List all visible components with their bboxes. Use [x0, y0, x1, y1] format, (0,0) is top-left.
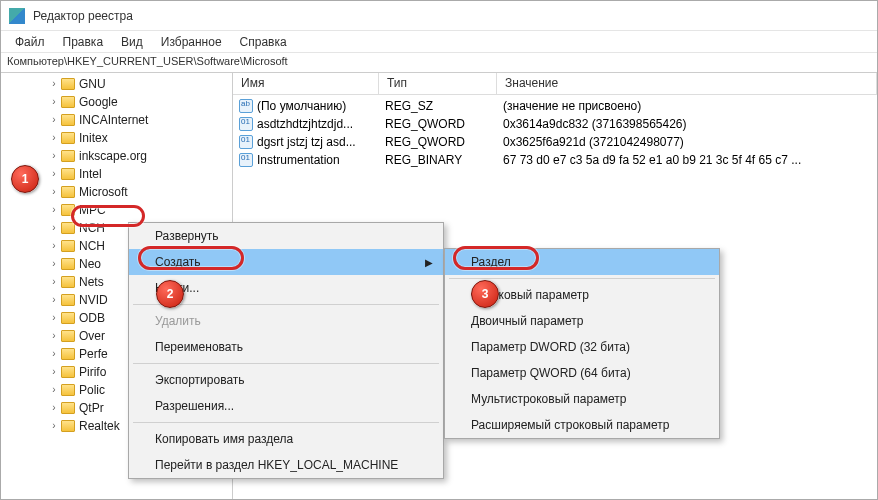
value-row[interactable]: asdtzhdtzjhtzdjd...REG_QWORD0x3614a9dc83…	[233, 115, 877, 133]
window-title: Редактор реестра	[33, 9, 133, 23]
chevron-right-icon[interactable]: ›	[49, 367, 59, 377]
sub-key[interactable]: Раздел	[445, 249, 719, 275]
sub-multistring[interactable]: Мультистроковый параметр	[445, 386, 719, 412]
menu-file[interactable]: Файл	[7, 33, 53, 51]
tree-label: NCH	[79, 221, 105, 235]
chevron-right-icon[interactable]: ›	[49, 79, 59, 89]
ctx-create[interactable]: Создать▶	[129, 249, 443, 275]
chevron-right-icon[interactable]: ›	[49, 385, 59, 395]
reg-value-icon	[239, 99, 253, 113]
value-type: REG_SZ	[379, 99, 497, 113]
address-bar[interactable]: Компьютер\HKEY_CURRENT_USER\Software\Mic…	[1, 53, 877, 73]
chevron-right-icon[interactable]: ›	[49, 97, 59, 107]
create-submenu: Раздел Строковый параметр Двоичный парам…	[444, 248, 720, 439]
tree-label: Intel	[79, 167, 102, 181]
ctx-rename[interactable]: Переименовать	[129, 334, 443, 360]
value-data: 0x3614a9dc832 (3716398565426)	[497, 117, 877, 131]
tree-label: Neo	[79, 257, 101, 271]
chevron-right-icon[interactable]: ›	[49, 205, 59, 215]
menu-favorites[interactable]: Избранное	[153, 33, 230, 51]
value-type: REG_QWORD	[379, 135, 497, 149]
tree-item[interactable]: ›Google	[1, 93, 232, 111]
tree-label: Polic	[79, 383, 105, 397]
annotation-badge-3: 3	[471, 280, 499, 308]
chevron-right-icon[interactable]: ›	[49, 349, 59, 359]
chevron-right-icon[interactable]: ›	[49, 313, 59, 323]
tree-item[interactable]: ›MPC	[1, 201, 232, 219]
ctx-permissions[interactable]: Разрешения...	[129, 393, 443, 419]
chevron-right-icon[interactable]: ›	[49, 187, 59, 197]
sub-qword[interactable]: Параметр QWORD (64 бита)	[445, 360, 719, 386]
chevron-right-icon[interactable]: ›	[49, 151, 59, 161]
tree-item[interactable]: ›inkscape.org	[1, 147, 232, 165]
tree-label: Realtek	[79, 419, 120, 433]
col-name[interactable]: Имя	[233, 73, 379, 94]
value-type: REG_BINARY	[379, 153, 497, 167]
folder-icon	[61, 168, 75, 180]
folder-icon	[61, 384, 75, 396]
tree-label: Nets	[79, 275, 104, 289]
value-name: asdtzhdtzjhtzdjd...	[257, 117, 353, 131]
chevron-right-icon[interactable]: ›	[49, 421, 59, 431]
tree-label: Initex	[79, 131, 108, 145]
chevron-right-icon[interactable]: ›	[49, 169, 59, 179]
folder-icon	[61, 150, 75, 162]
col-value[interactable]: Значение	[497, 73, 877, 94]
context-menu: Развернуть Создать▶ Найти... Удалить Пер…	[128, 222, 444, 479]
menu-edit[interactable]: Правка	[55, 33, 112, 51]
value-data: 0x3625f6a921d (3721042498077)	[497, 135, 877, 149]
value-data: 67 73 d0 e7 c3 5a d9 fa 52 e1 a0 b9 21 3…	[497, 153, 877, 167]
tree-label: Google	[79, 95, 118, 109]
annotation-badge-1: 1	[11, 165, 39, 193]
folder-icon	[61, 240, 75, 252]
separator	[133, 363, 439, 364]
tree-label: Microsoft	[79, 185, 128, 199]
chevron-right-icon[interactable]: ›	[49, 277, 59, 287]
chevron-right-icon[interactable]: ›	[49, 223, 59, 233]
tree-label: Pirifo	[79, 365, 106, 379]
folder-icon	[61, 330, 75, 342]
reg-value-icon	[239, 153, 253, 167]
chevron-right-icon[interactable]: ›	[49, 241, 59, 251]
reg-value-icon	[239, 117, 253, 131]
chevron-right-icon[interactable]: ›	[49, 295, 59, 305]
value-row[interactable]: (По умолчанию)REG_SZ(значение не присвое…	[233, 97, 877, 115]
menu-help[interactable]: Справка	[232, 33, 295, 51]
sub-binary[interactable]: Двоичный параметр	[445, 308, 719, 334]
folder-icon	[61, 402, 75, 414]
tree-label: Over	[79, 329, 105, 343]
folder-icon	[61, 78, 75, 90]
value-row[interactable]: dgsrt jstzj tzj asd...REG_QWORD0x3625f6a…	[233, 133, 877, 151]
chevron-right-icon[interactable]: ›	[49, 403, 59, 413]
col-type[interactable]: Тип	[379, 73, 497, 94]
folder-icon	[61, 186, 75, 198]
ctx-goto[interactable]: Перейти в раздел HKEY_LOCAL_MACHINE	[129, 452, 443, 478]
folder-icon	[61, 96, 75, 108]
tree-item[interactable]: ›INCAInternet	[1, 111, 232, 129]
folder-icon	[61, 348, 75, 360]
folder-icon	[61, 420, 75, 432]
annotation-badge-2: 2	[156, 280, 184, 308]
sub-dword[interactable]: Параметр DWORD (32 бита)	[445, 334, 719, 360]
chevron-right-icon[interactable]: ›	[49, 331, 59, 341]
value-data: (значение не присвоено)	[497, 99, 877, 113]
folder-icon	[61, 366, 75, 378]
menu-view[interactable]: Вид	[113, 33, 151, 51]
sub-expandstring[interactable]: Расширяемый строковый параметр	[445, 412, 719, 438]
chevron-right-icon[interactable]: ›	[49, 133, 59, 143]
tree-item[interactable]: ›Initex	[1, 129, 232, 147]
chevron-right-icon[interactable]: ›	[49, 259, 59, 269]
separator	[449, 278, 715, 279]
folder-icon	[61, 258, 75, 270]
ctx-expand[interactable]: Развернуть	[129, 223, 443, 249]
chevron-right-icon[interactable]: ›	[49, 115, 59, 125]
ctx-delete[interactable]: Удалить	[129, 308, 443, 334]
ctx-export[interactable]: Экспортировать	[129, 367, 443, 393]
value-row[interactable]: InstrumentationREG_BINARY67 73 d0 e7 c3 …	[233, 151, 877, 169]
folder-icon	[61, 294, 75, 306]
folder-icon	[61, 222, 75, 234]
ctx-copy-key-name[interactable]: Копировать имя раздела	[129, 426, 443, 452]
titlebar: Редактор реестра	[1, 1, 877, 31]
tree-item[interactable]: ›GNU	[1, 75, 232, 93]
menubar: Файл Правка Вид Избранное Справка	[1, 31, 877, 53]
